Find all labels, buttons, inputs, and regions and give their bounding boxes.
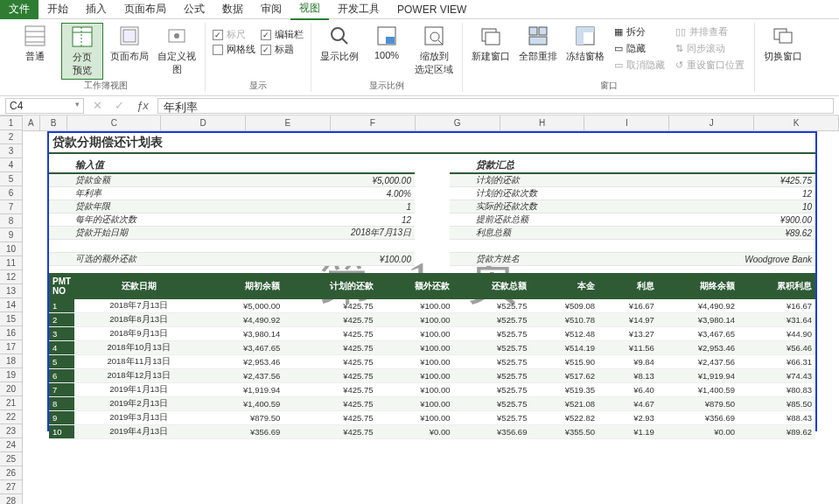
table-cell[interactable]: ¥425.75	[283, 299, 376, 313]
table-cell[interactable]: ¥525.75	[453, 355, 530, 369]
table-cell[interactable]: 9	[49, 411, 74, 425]
col-header-B[interactable]: B	[40, 116, 68, 130]
pagebreak-preview-button[interactable]: 分页 预览	[61, 23, 103, 80]
table-cell[interactable]: ¥8.13	[598, 369, 658, 383]
table-cell[interactable]: 6	[49, 369, 74, 383]
switch-window-button[interactable]: 切换窗口	[762, 23, 804, 65]
row-header[interactable]: 25	[0, 452, 22, 466]
table-cell[interactable]: ¥6.40	[598, 383, 658, 397]
formula-bar-checkbox[interactable]: ✓编辑栏	[261, 28, 304, 41]
table-cell[interactable]: ¥80.83	[738, 383, 815, 397]
col-header-H[interactable]: H	[500, 116, 585, 130]
table-cell[interactable]: 2018年10月13日	[74, 341, 203, 355]
table-cell[interactable]: ¥1,400.59	[203, 397, 283, 411]
table-cell[interactable]: ¥100.00	[377, 313, 454, 327]
table-row[interactable]: 72019年1月13日¥1,919.94¥425.75¥100.00¥525.7…	[49, 383, 815, 397]
row-header[interactable]: 20	[0, 382, 22, 396]
col-header-A[interactable]: A	[23, 116, 40, 130]
table-cell[interactable]: ¥525.75	[453, 369, 530, 383]
table-cell[interactable]: ¥16.67	[598, 299, 658, 313]
table-header[interactable]: 利息	[598, 273, 658, 299]
table-cell[interactable]: 1	[49, 299, 74, 313]
row-header[interactable]: 2	[0, 130, 22, 144]
row-header[interactable]: 22	[0, 410, 22, 424]
table-cell[interactable]: ¥2,437.56	[203, 369, 283, 383]
tab-layout[interactable]: 页面布局	[115, 0, 175, 19]
table-cell[interactable]: ¥879.50	[203, 411, 283, 425]
table-cell[interactable]: ¥4,490.92	[658, 299, 738, 313]
tab-home[interactable]: 开始	[38, 0, 77, 19]
table-header[interactable]: 额外还款	[377, 273, 454, 299]
table-cell[interactable]: ¥100.00	[377, 411, 454, 425]
table-cell[interactable]: ¥425.75	[283, 383, 376, 397]
table-cell[interactable]: ¥1,919.94	[203, 383, 283, 397]
table-cell[interactable]: ¥2,953.46	[658, 341, 738, 355]
table-cell[interactable]: ¥2,437.56	[658, 355, 738, 369]
table-cell[interactable]: ¥100.00	[377, 327, 454, 341]
kv-row[interactable]: 可选的额外还款¥100.00	[49, 253, 415, 266]
table-cell[interactable]: ¥3,980.14	[203, 327, 283, 341]
row-header[interactable]: 24	[0, 438, 22, 452]
table-cell[interactable]: ¥0.00	[377, 425, 454, 439]
table-cell[interactable]: 7	[49, 383, 74, 397]
table-cell[interactable]: 2018年9月13日	[74, 327, 203, 341]
table-cell[interactable]: ¥509.08	[530, 299, 598, 313]
row-header[interactable]: 28	[0, 494, 22, 504]
table-cell[interactable]: ¥44.90	[738, 327, 815, 341]
row-header[interactable]: 19	[0, 368, 22, 382]
table-cell[interactable]: ¥356.69	[658, 411, 738, 425]
table-cell[interactable]: ¥515.90	[530, 355, 598, 369]
table-cell[interactable]: ¥100.00	[377, 383, 454, 397]
table-cell[interactable]: ¥425.75	[283, 425, 376, 439]
table-header[interactable]: 还款日期	[74, 273, 203, 299]
kv-row[interactable]: 计划的还款次数12	[450, 187, 815, 200]
table-cell[interactable]: ¥525.75	[453, 341, 530, 355]
table-cell[interactable]: ¥425.75	[283, 369, 376, 383]
table-cell[interactable]: ¥66.31	[738, 355, 815, 369]
tab-file[interactable]: 文件	[0, 0, 38, 19]
table-cell[interactable]: 2019年4月13日	[74, 425, 203, 439]
row-header[interactable]: 6	[0, 186, 22, 200]
table-cell[interactable]: ¥425.75	[283, 327, 376, 341]
row-header[interactable]: 7	[0, 200, 22, 214]
table-cell[interactable]: 10	[49, 425, 74, 439]
table-cell[interactable]: ¥425.75	[283, 411, 376, 425]
col-header-F[interactable]: F	[331, 116, 416, 130]
table-cell[interactable]: 2018年7月13日	[74, 299, 203, 313]
table-cell[interactable]: ¥356.69	[203, 425, 283, 439]
row-header[interactable]: 9	[0, 228, 22, 242]
table-cell[interactable]: ¥525.75	[453, 411, 530, 425]
table-cell[interactable]: 2	[49, 313, 74, 327]
row-header[interactable]: 8	[0, 214, 22, 228]
row-header[interactable]: 13	[0, 284, 22, 298]
gridlines-checkbox[interactable]: 网格线	[213, 43, 255, 56]
kv-row[interactable]: 贷款方姓名Woodgrove Bank	[450, 253, 815, 266]
row-header[interactable]: 11	[0, 256, 22, 270]
kv-row[interactable]	[450, 240, 815, 253]
kv-row[interactable]	[49, 240, 415, 253]
table-cell[interactable]: ¥514.19	[530, 341, 598, 355]
col-header-D[interactable]: D	[161, 116, 246, 130]
table-cell[interactable]: ¥525.75	[453, 397, 530, 411]
col-header-C[interactable]: C	[67, 116, 161, 130]
table-row[interactable]: 32018年9月13日¥3,980.14¥425.75¥100.00¥525.7…	[49, 327, 815, 341]
table-header[interactable]: 计划的还款	[283, 273, 376, 299]
row-header[interactable]: 23	[0, 424, 22, 438]
col-header-G[interactable]: G	[416, 116, 500, 130]
col-header-E[interactable]: E	[246, 116, 331, 130]
table-header[interactable]: 期终余额	[658, 273, 738, 299]
table-cell[interactable]: 2018年8月13日	[74, 313, 203, 327]
table-cell[interactable]: ¥525.75	[453, 299, 530, 313]
tab-review[interactable]: 审阅	[252, 0, 290, 19]
row-header[interactable]: 5	[0, 172, 22, 186]
kv-row[interactable]: 利息总额¥89.62	[450, 227, 815, 240]
table-row[interactable]: 92019年3月13日¥879.50¥425.75¥100.00¥525.75¥…	[49, 411, 815, 425]
row-header[interactable]: 15	[0, 312, 22, 326]
table-cell[interactable]: ¥100.00	[377, 369, 454, 383]
table-cell[interactable]: 2019年3月13日	[74, 411, 203, 425]
table-cell[interactable]: ¥100.00	[377, 397, 454, 411]
table-row[interactable]: 22018年8月13日¥4,490.92¥425.75¥100.00¥525.7…	[49, 313, 815, 327]
col-header-J[interactable]: J	[669, 116, 754, 130]
table-cell[interactable]: ¥16.67	[738, 299, 815, 313]
table-cell[interactable]: ¥510.78	[530, 313, 598, 327]
